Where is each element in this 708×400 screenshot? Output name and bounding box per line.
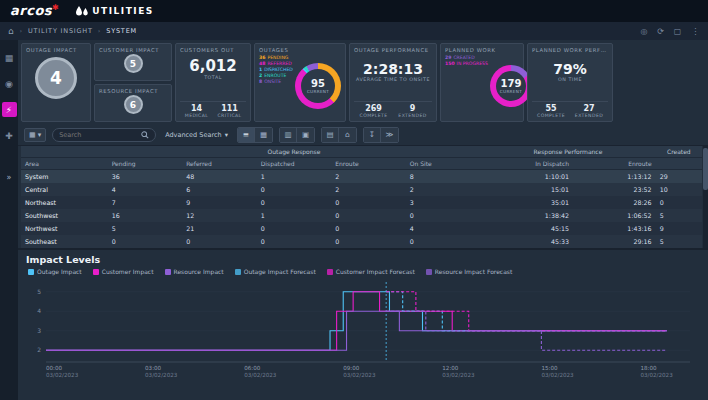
legend-item[interactable]: Resource Impact Forecast [426,268,512,275]
card-title: CUSTOMER IMPACT [99,47,167,53]
column-header-pending[interactable]: Pending [108,158,183,170]
table-cell: 29 [656,170,702,184]
table-row[interactable]: Central4602215:0123:5210 [21,183,702,196]
y-tick-label: 4 [37,307,41,314]
table-cell: 10 [656,183,702,196]
legend-item[interactable]: Outage Impact [28,268,82,275]
card-title: OUTAGE PERFORMANCE [354,47,432,53]
table-row[interactable]: System36481281:10:011:13:1229 [21,170,702,184]
brand-asterisk-icon: ✱ [52,3,59,12]
planned-legend-item: 150IN PROGRESS [445,61,488,66]
x-tick-date: 03/02/2023 [145,372,178,378]
outage-performance-footer: 269 COMPLETE 9 EXTENDED [354,101,432,118]
table-row[interactable]: Northwest52100445:151:43:169 [21,222,702,235]
table-cell: 6 [182,183,257,196]
outage-performance-card[interactable]: OUTAGE PERFORMANCE 2:28:13 AVERAGE TIME … [349,43,437,122]
table-cell: 0 [257,222,332,235]
column-header-in-dispatch[interactable]: In Dispatch [480,158,573,170]
download-icon[interactable]: ↧ [364,128,381,142]
table-row[interactable]: Southwest16121001:38:421:06:525 [21,209,702,222]
kebab-menu-icon[interactable]: ⋮ [691,27,700,36]
table-cell: 28:26 [573,196,656,209]
list-view-icon[interactable]: ≡ [238,128,255,142]
area-cell: Southeast [21,235,108,248]
legend-item[interactable]: Resource Impact [165,268,224,275]
column-header-area[interactable]: Area [21,158,108,170]
search-input[interactable] [59,131,137,139]
outages-legend: 36PENDING48REFERRED1DISPATCHED2ENROUTE8O… [259,53,293,85]
table-scrollbar-thumb[interactable] [703,148,708,190]
home-icon[interactable]: ⌂ [8,26,15,36]
legend-item[interactable]: Customer Impact Forecast [327,268,415,275]
area-cell: Southwest [21,209,108,222]
panel-icon[interactable]: ▤ [322,128,339,142]
home-view-icon[interactable]: ⌂ [339,128,356,142]
legend-item[interactable]: Customer Impact [93,268,154,275]
outages-legend-item: 1DISPATCHED [259,67,293,72]
column-header-referred[interactable]: Referred [182,158,257,170]
refresh-icon[interactable]: ⟳ [657,27,665,36]
impact-chart[interactable]: 234500:0003/02/202303:0003/02/202306:000… [26,276,698,380]
breadcrumb-system[interactable]: SYSTEM [106,27,137,35]
legend-label: PENDING [267,55,288,60]
advanced-search-button[interactable]: Advanced Search ▾ [162,131,231,139]
breadcrumb-utility-insight[interactable]: UTILITY INSIGHT [28,27,93,35]
extended-caption: EXTENDED [570,113,608,118]
column-header-enroute-perf[interactable]: Enroute [573,158,656,170]
planned-work-card[interactable]: PLANNED WORK 29CREATED150IN PROGRESS 179… [440,43,524,122]
table-cell: 4 [108,183,183,196]
table-cell: 7 [108,196,183,209]
users-icon[interactable]: ◉ [2,76,17,91]
table-cell: 2 [406,183,481,196]
complete-caption: COMPLETE [354,113,393,118]
dashboard-icon[interactable]: ▦ [2,50,17,65]
table-cell: 0 [257,183,332,196]
customers-out-card[interactable]: CUSTOMERS OUT 6,012 TOTAL 14 MEDICAL 111… [175,43,251,122]
pin-icon[interactable]: ◎ [641,27,649,36]
table-toolbar: ▦ ▾ Advanced Search ▾ ≡ ▦ [18,124,708,146]
grid-view-icon[interactable]: ▦ [255,128,272,142]
table-cell: 1:10:01 [480,170,573,184]
table-cell: 9 [656,222,702,235]
planned-work-performance-card[interactable]: PLANNED WORK PERFORM... 79% ON TIME 55 C… [527,43,613,122]
kanban-icon[interactable]: ▣ [297,128,314,142]
outages-card[interactable]: OUTAGES 36PENDING48REFERRED1DISPATCHED2E… [254,43,346,122]
legend-label: Resource Impact Forecast [435,268,512,275]
column-header-enroute[interactable]: Enroute [331,158,406,170]
view-selector-button[interactable]: ▦ ▾ [24,128,46,142]
expand-rail-icon[interactable]: » [2,170,17,185]
medical-value: 14 [180,104,213,113]
forward-icon[interactable]: ≫ [381,128,398,142]
tools-icon[interactable]: ✚ [2,128,17,143]
table-row[interactable]: Southeast0000045:3329:165 [21,235,702,248]
customer-impact-card[interactable]: CUSTOMER IMPACT 5 [94,43,172,81]
column-header-dispatched[interactable]: Dispatched [257,158,332,170]
legend-item[interactable]: Outage Impact Forecast [235,268,316,275]
impact-levels-title: Impact Levels [26,254,700,265]
window-icon[interactable]: ▢ [674,27,682,36]
outage-bolt-icon[interactable]: ⚡ [2,102,17,117]
left-rail: ▦ ◉ ⚡ ✚ » [0,40,18,400]
resource-impact-value: 6 [124,95,143,114]
table-cell: 1 [257,209,332,222]
y-tick-label: 5 [37,288,41,295]
outages-legend-item: 48REFERRED [259,61,293,66]
resource-impact-card[interactable]: RESOURCE IMPACT 6 [94,84,172,122]
table-cell: 0 [331,196,406,209]
outages-donut-center: 95 CURRENT [295,63,341,109]
column-header-on-site[interactable]: On Site [406,158,481,170]
legend-label: Customer Impact Forecast [336,268,415,275]
advanced-search-label: Advanced Search [165,131,222,139]
outages-body: 36PENDING48REFERRED1DISPATCHED2ENROUTE8O… [259,53,341,118]
table-cell: 8 [406,170,481,184]
legend-swatch [426,269,432,275]
columns-icon[interactable]: ▥ [280,128,297,142]
table-scrollbar-track[interactable] [703,146,708,248]
search-icon [141,131,149,139]
table-row[interactable]: Northeast7900335:0128:260 [21,196,702,209]
planned-performance-footer: 55 COMPLETE 27 EXTENDED [532,101,608,118]
table-cell: 0 [331,235,406,248]
impact-levels-section: Impact Levels Outage ImpactCustomer Impa… [18,248,708,400]
x-tick-date: 03/02/2023 [640,372,673,378]
outage-impact-card[interactable]: OUTAGE IMPACT 4 [21,43,91,122]
